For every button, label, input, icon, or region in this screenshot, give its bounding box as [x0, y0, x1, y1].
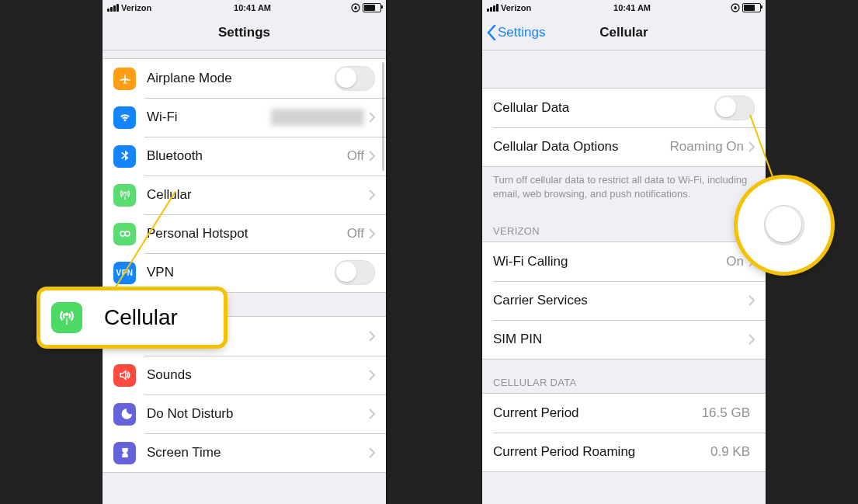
- vpn-toggle[interactable]: [335, 260, 375, 285]
- dnd-label: Do Not Disturb: [147, 406, 233, 422]
- battery-icon: [742, 3, 761, 12]
- row-hotspot[interactable]: Personal Hotspot Off: [102, 214, 386, 253]
- svg-point-1: [120, 231, 125, 236]
- row-dnd[interactable]: Do Not Disturb: [102, 395, 386, 433]
- row-cellular[interactable]: Cellular: [102, 176, 386, 214]
- cellular-footnote: Turn off cellular data to restrict all d…: [482, 167, 766, 208]
- hotspot-label: Personal Hotspot: [147, 226, 248, 242]
- cellular-data-options-label: Cellular Data Options: [493, 139, 619, 155]
- chevron-right-icon: [369, 331, 375, 342]
- sounds-label: Sounds: [147, 367, 192, 383]
- row-current-period[interactable]: Current Period 16.5 GB: [482, 394, 766, 433]
- airplane-icon: [113, 68, 136, 90]
- chevron-right-icon: [369, 228, 375, 239]
- scrollbar[interactable]: [382, 62, 384, 171]
- row-sounds[interactable]: Sounds: [102, 356, 386, 395]
- carrier-services-label: Carrier Services: [493, 293, 588, 308]
- hotspot-icon: [113, 223, 136, 245]
- cellular-icon: [113, 184, 136, 207]
- carrier-label: Verizon: [121, 3, 151, 12]
- row-cellular-data-options[interactable]: Cellular Data Options Roaming On: [482, 127, 766, 166]
- sounds-icon: [113, 364, 136, 387]
- wifi-label: Wi-Fi: [147, 109, 178, 125]
- chevron-right-icon: [369, 447, 375, 458]
- row-carrier-services[interactable]: Carrier Services: [482, 281, 766, 320]
- bluetooth-value: Off: [347, 148, 364, 164]
- cellular-icon: [51, 302, 82, 333]
- chevron-right-icon: [369, 189, 375, 200]
- back-label: Settings: [498, 25, 545, 40]
- bluetooth-label: Bluetooth: [147, 148, 203, 164]
- current-period-value: 16.5 GB: [702, 405, 750, 421]
- wifi-calling-value: On: [726, 254, 744, 269]
- chevron-right-icon: [369, 370, 375, 381]
- carrier-label: Verizon: [501, 3, 531, 12]
- wifi-calling-label: Wi-Fi Calling: [493, 254, 568, 269]
- nav-bar: Settings: [102, 16, 386, 50]
- page-title: Cellular: [599, 25, 648, 40]
- chevron-right-icon: [369, 112, 375, 123]
- hotspot-value: Off: [347, 226, 364, 242]
- row-wifi-calling[interactable]: Wi-Fi Calling On: [482, 242, 766, 281]
- cellular-screen: Verizon 10:41 AM Settings Cellular Cellu…: [482, 0, 766, 504]
- nav-bar: Settings Cellular: [482, 16, 766, 50]
- screentime-icon: [113, 442, 136, 464]
- orientation-lock-icon: [731, 3, 740, 12]
- clock-label: 10:41 AM: [613, 3, 651, 12]
- current-period-roaming-label: Current Period Roaming: [493, 444, 635, 460]
- vpn-label: VPN: [147, 265, 174, 280]
- row-current-period-roaming[interactable]: Current Period Roaming 0.9 KB: [482, 433, 766, 471]
- chevron-right-icon: [369, 151, 375, 162]
- clock-label: 10:41 AM: [234, 3, 271, 12]
- row-screentime[interactable]: Screen Time: [102, 433, 386, 472]
- signal-icon: [107, 4, 119, 12]
- row-cellular-data[interactable]: Cellular Data: [482, 89, 766, 127]
- orientation-lock-icon: [351, 3, 360, 12]
- cellular-data-label: Cellular Data: [493, 100, 569, 116]
- wifi-network-redacted: [271, 109, 364, 126]
- chevron-right-icon: [369, 408, 375, 419]
- row-bluetooth[interactable]: Bluetooth Off: [102, 137, 386, 176]
- current-period-roaming-value: 0.9 KB: [710, 444, 750, 460]
- bluetooth-icon: [113, 145, 136, 168]
- page-title: Settings: [218, 25, 270, 40]
- dnd-icon: [113, 403, 136, 426]
- signal-icon: [487, 4, 498, 12]
- battery-icon: [363, 3, 381, 12]
- row-airplane-mode[interactable]: Airplane Mode: [102, 59, 386, 98]
- status-bar: Verizon 10:41 AM: [482, 0, 766, 16]
- carrier-section-header: VERIZON: [482, 208, 766, 242]
- status-bar: Verizon 10:41 AM: [102, 0, 386, 16]
- screentime-label: Screen Time: [147, 445, 221, 461]
- cellular-data-section-header: CELLULAR DATA: [482, 360, 766, 393]
- svg-point-2: [125, 231, 130, 236]
- airplane-label: Airplane Mode: [147, 71, 232, 86]
- row-sim-pin[interactable]: SIM PIN: [482, 320, 766, 359]
- back-button[interactable]: Settings: [487, 25, 545, 40]
- row-vpn[interactable]: VPN VPN: [102, 253, 386, 292]
- airplane-toggle[interactable]: [335, 66, 375, 91]
- cellular-data-toggle[interactable]: [714, 96, 755, 120]
- row-wifi[interactable]: Wi-Fi: [102, 98, 386, 137]
- settings-screen: Verizon 10:41 AM Settings Airplane Mode: [102, 0, 386, 504]
- chevron-right-icon: [749, 334, 755, 345]
- chevron-right-icon: [749, 141, 755, 152]
- annotation-toggle-zoom: [738, 179, 831, 272]
- annotation-cellular-zoom: Cellular: [40, 290, 224, 345]
- annotation-cellular-label: Cellular: [104, 305, 178, 330]
- sim-pin-label: SIM PIN: [493, 332, 542, 347]
- current-period-label: Current Period: [493, 405, 579, 421]
- cellular-data-options-value: Roaming On: [670, 139, 744, 155]
- chevron-right-icon: [749, 295, 755, 306]
- wifi-row-icon: [113, 106, 136, 129]
- toggle-icon: [764, 205, 804, 245]
